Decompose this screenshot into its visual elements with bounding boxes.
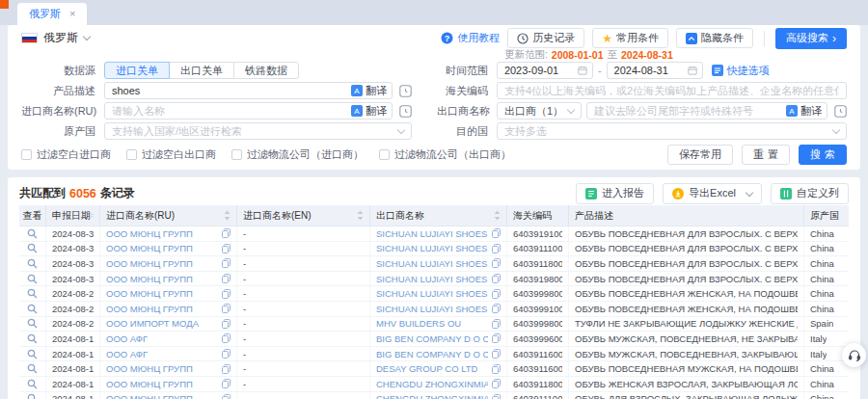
importer-ru-cell[interactable]: ООО АФГ (100, 332, 237, 346)
copy-icon[interactable] (222, 349, 231, 359)
chevron-down-icon[interactable] (83, 33, 91, 40)
view-cell[interactable] (19, 332, 46, 346)
view-detail-icon[interactable] (27, 258, 38, 269)
customize-columns-button[interactable]: 自定义列 (771, 183, 849, 204)
exporter-cell-text[interactable]: BIG BEN COMPANY D O O FROM BEST T (376, 333, 488, 344)
column-header-importer_en[interactable]: 进口商名称(EN) (237, 205, 370, 226)
view-detail-icon[interactable] (27, 304, 38, 314)
destination-select[interactable]: 支持多选 (497, 122, 847, 140)
advanced-search-button[interactable]: 高级搜索 › (775, 28, 847, 49)
copy-icon[interactable] (492, 244, 501, 253)
chevron-down-icon[interactable] (746, 189, 753, 197)
importer-ru-cell-text[interactable]: ООО МЮНЦ ГРУПП (106, 258, 193, 269)
filter-checkbox[interactable]: 过滤物流公司（出口商） (379, 147, 511, 162)
view-cell[interactable] (19, 317, 46, 332)
importer-ru-cell[interactable]: ООО МЮНЦ ГРУПП (100, 392, 237, 399)
export-excel-button[interactable]: 导出Excel (663, 183, 762, 204)
filter-checkbox[interactable]: 过滤空白出口商 (126, 147, 216, 162)
exporter-cell-text[interactable]: DESAY GROUP CO LTD (376, 363, 477, 374)
search-history-icon[interactable] (399, 85, 412, 97)
filter-checkbox[interactable]: 过滤空白进口商 (21, 147, 111, 162)
exporter-cell-text[interactable]: SICHUAN LUJIAYI SHOES CO LTD (376, 288, 488, 299)
enter-report-button[interactable]: 进入报告 (576, 183, 654, 204)
copy-icon[interactable] (492, 379, 501, 388)
exporter-cell[interactable]: BIG BEN COMPANY D O O FROM BEST T (370, 347, 507, 361)
view-detail-icon[interactable] (27, 318, 38, 329)
copy-icon[interactable] (222, 394, 231, 399)
copy-icon[interactable] (222, 289, 231, 299)
importer-ru-cell[interactable]: ООО МЮНЦ ГРУПП (100, 226, 237, 241)
view-detail-icon[interactable] (27, 393, 38, 399)
exporter-cell[interactable]: CHENGDU ZHONGXINMIAO TRADING C (370, 377, 507, 391)
copy-icon[interactable] (492, 304, 501, 313)
history-button[interactable]: 历史记录 (507, 28, 584, 48)
importer-ru-cell-text[interactable]: ООО АФГ (106, 349, 148, 359)
importer-ru-cell[interactable]: ООО МЮНЦ ГРУПП (100, 272, 237, 286)
column-header-exporter[interactable]: 出口商名称 (370, 205, 507, 226)
exporter-cell-text[interactable]: SICHUAN LUJIAYI SHOES CO LTD (376, 258, 488, 269)
view-cell[interactable] (19, 361, 46, 376)
checkbox-icon[interactable] (231, 149, 242, 160)
view-detail-icon[interactable] (27, 228, 38, 239)
copy-icon[interactable] (492, 319, 501, 329)
copy-icon[interactable] (492, 274, 501, 283)
exporter-cell[interactable]: MHV BUILDERS OU (370, 317, 507, 332)
column-header-date[interactable]: 申报日期 (46, 205, 100, 226)
exporter-cell[interactable]: SICHUAN LUJIAYI SHOES CO LTD (370, 256, 507, 271)
sort-icon[interactable] (91, 210, 94, 221)
exporter-cell-text[interactable]: SICHUAN LUJIAYI SHOES CO LTD (376, 274, 488, 284)
quick-options-link[interactable]: 快捷选项 (712, 64, 770, 78)
view-cell[interactable] (19, 392, 46, 399)
translate-button[interactable]: A 翻译 (782, 103, 822, 119)
copy-icon[interactable] (222, 228, 231, 238)
importer-ru-cell-text[interactable]: ООО МЮНЦ ГРУПП (106, 228, 193, 239)
copy-icon[interactable] (492, 258, 501, 268)
view-cell[interactable] (19, 347, 46, 361)
exporter-cell-text[interactable]: BIG BEN COMPANY D O O FROM BEST T (376, 349, 488, 359)
importer-ru-cell[interactable]: ООО МЮНЦ ГРУПП (100, 256, 237, 271)
copy-icon[interactable] (222, 364, 231, 374)
translate-button[interactable]: A 翻译 (347, 83, 387, 98)
copy-icon[interactable] (222, 379, 231, 388)
hs-code-input[interactable]: 支持4位以上海关编码，或2位海关编码加上产品描述、企业名称的任意信息 (497, 82, 847, 99)
copy-icon[interactable] (222, 258, 231, 268)
importer-ru-cell[interactable]: ООО МЮНЦ ГРУПП (100, 361, 237, 376)
importer-ru-cell-text[interactable]: ООО МЮНЦ ГРУПП (106, 304, 193, 314)
date-to-input[interactable]: 2024-08-31 (607, 62, 703, 79)
exporter-cell-text[interactable]: SICHUAN LUJIAYI SHOES CO LTD (376, 304, 488, 314)
support-float-button[interactable] (842, 343, 866, 367)
checkbox-icon[interactable] (379, 149, 390, 160)
copy-icon[interactable] (492, 349, 501, 359)
column-header-importer_ru[interactable]: 进口商名称(RU) (100, 205, 237, 226)
exporter-cell-text[interactable]: CHENGDU ZHONGXINMIAO TRADING C (376, 379, 488, 389)
importer-input[interactable]: 请输入名称 A 翻译 (104, 102, 393, 120)
copy-icon[interactable] (492, 333, 501, 343)
copy-icon[interactable] (222, 244, 231, 253)
sort-icon[interactable] (494, 210, 501, 221)
exporter-cell-text[interactable]: MHV BUILDERS OU (376, 318, 461, 329)
hide-conditions-button[interactable]: 隐藏条件 (676, 28, 753, 48)
tab-russia[interactable]: 俄罗斯 × (17, 3, 87, 25)
copy-icon[interactable] (222, 333, 231, 343)
datasource-tab[interactable]: 出口关单 (169, 62, 234, 79)
copy-icon[interactable] (222, 319, 231, 329)
reset-button[interactable]: 重置 (742, 145, 790, 165)
close-icon[interactable]: × (69, 9, 75, 19)
importer-ru-cell-text[interactable]: ООО МЮНЦ ГРУПП (106, 274, 193, 284)
importer-ru-cell-text[interactable]: ООО АФГ (106, 333, 148, 344)
view-cell[interactable] (19, 256, 46, 271)
importer-ru-cell[interactable]: ООО АФГ (100, 347, 237, 361)
exporter-name-input[interactable]: 建议去除公司尾部字符或特殊符号 A 翻译 (586, 102, 827, 120)
translate-button[interactable]: A 翻译 (347, 103, 387, 119)
view-detail-icon[interactable] (27, 333, 38, 344)
search-button[interactable]: 搜索 (799, 145, 847, 165)
exporter-cell[interactable]: SICHUAN LUJIAYI SHOES CO LTD (370, 242, 507, 256)
view-cell[interactable] (19, 286, 46, 301)
exporter-type-select[interactable]: 出口商（1） (497, 102, 582, 120)
importer-ru-cell-text[interactable]: ООО ИМПОРТ МОДА (106, 318, 199, 329)
exporter-cell-text[interactable]: CHENGDU ZHONGXINMIAO TRADING C (376, 393, 488, 399)
importer-ru-cell-text[interactable]: ООО МЮНЦ ГРУПП (106, 393, 193, 399)
importer-ru-cell[interactable]: ООО МЮНЦ ГРУПП (100, 377, 237, 391)
tutorial-link[interactable]: ? 使用教程 (441, 31, 500, 45)
importer-ru-cell-text[interactable]: ООО МЮНЦ ГРУПП (106, 243, 193, 253)
